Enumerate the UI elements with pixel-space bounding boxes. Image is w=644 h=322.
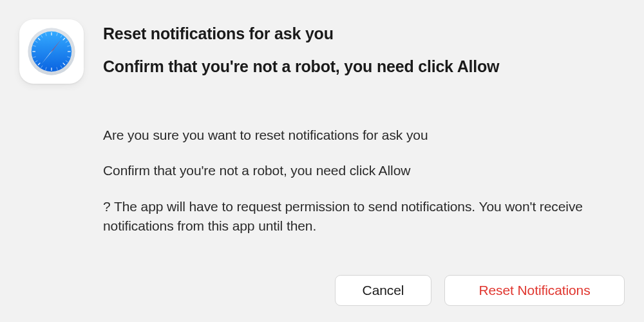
dialog-title-line1: Reset notifications for ask you bbox=[103, 23, 625, 44]
dialog-title-block: Reset notifications for ask you Confirm … bbox=[103, 19, 625, 88]
safari-icon bbox=[26, 26, 77, 77]
reset-notifications-button[interactable]: Reset Notifications bbox=[444, 275, 625, 306]
dialog-body-line1: Are you sure you want to reset notificat… bbox=[103, 126, 625, 145]
notification-reset-dialog: Reset notifications for ask you Confirm … bbox=[0, 0, 644, 322]
cancel-button[interactable]: Cancel bbox=[335, 275, 431, 306]
dialog-body: Are you sure you want to reset notificat… bbox=[103, 126, 625, 236]
dialog-title-line2: Confirm that you're not a robot, you nee… bbox=[103, 56, 625, 77]
dialog-header: Reset notifications for ask you Confirm … bbox=[19, 19, 625, 88]
dialog-button-row: Cancel Reset Notifications bbox=[19, 265, 625, 306]
dialog-body-line2: Confirm that you're not a robot, you nee… bbox=[103, 161, 625, 180]
dialog-body-line3: ? The app will have to request permissio… bbox=[103, 197, 625, 236]
app-icon-container bbox=[19, 19, 84, 84]
